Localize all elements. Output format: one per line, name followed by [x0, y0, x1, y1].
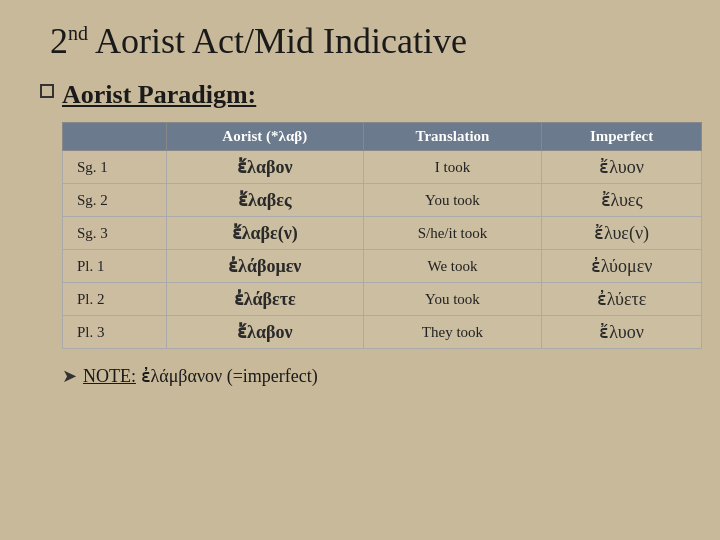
checkbox-bullet	[40, 84, 54, 98]
table-row: Sg. 2ἔλαβεςYou tookἔλυες	[63, 184, 702, 217]
row-translation: You took	[363, 283, 541, 316]
row-imperfect: ἐλύομεν	[542, 250, 702, 283]
row-translation: I took	[363, 151, 541, 184]
row-label: Sg. 1	[63, 151, 167, 184]
row-aorist: ἔλαβες	[166, 184, 363, 217]
section-heading: Aorist Paradigm:	[40, 80, 680, 110]
page: 2nd Aorist Act/Mid Indicative Aorist Par…	[0, 0, 720, 540]
row-label: Sg. 3	[63, 217, 167, 250]
table-row: Sg. 1ἔλαβονI tookἔλυον	[63, 151, 702, 184]
row-label: Sg. 2	[63, 184, 167, 217]
row-aorist: ἐλάβομεν	[166, 250, 363, 283]
table-row: Pl. 2ἐλάβετεYou tookἐλύετε	[63, 283, 702, 316]
row-label: Pl. 3	[63, 316, 167, 349]
row-imperfect: ἔλυε(ν)	[542, 217, 702, 250]
table-row: Pl. 3ἔλαβονThey tookἔλυον	[63, 316, 702, 349]
table-header-row: Aorist (*λαβ) Translation Imperfect	[63, 123, 702, 151]
row-label: Pl. 1	[63, 250, 167, 283]
row-imperfect: ἔλυον	[542, 151, 702, 184]
note-label: NOTE:	[83, 366, 136, 386]
note-greek: ἐλάμβανον	[141, 366, 223, 386]
row-translation: They took	[363, 316, 541, 349]
note-arrow-icon: ➤	[62, 365, 77, 387]
table-row: Pl. 1ἐλάβομενWe tookἐλύομεν	[63, 250, 702, 283]
col-header-imperfect: Imperfect	[542, 123, 702, 151]
paradigm-table: Aorist (*λαβ) Translation Imperfect Sg. …	[62, 122, 702, 349]
note-suffix: (=imperfect)	[227, 366, 318, 386]
section-title: Aorist Paradigm:	[62, 80, 256, 110]
title-text: Aorist Act/Mid Indicative	[88, 21, 467, 61]
row-aorist: ἔλαβε(ν)	[166, 217, 363, 250]
row-aorist: ἐλάβετε	[166, 283, 363, 316]
row-aorist: ἔλαβον	[166, 316, 363, 349]
row-label: Pl. 2	[63, 283, 167, 316]
title-number: 2	[50, 21, 68, 61]
row-imperfect: ἔλυες	[542, 184, 702, 217]
table-row: Sg. 3ἔλαβε(ν)S/he/it tookἔλυε(ν)	[63, 217, 702, 250]
row-translation: S/he/it took	[363, 217, 541, 250]
row-imperfect: ἐλύετε	[542, 283, 702, 316]
col-header-empty	[63, 123, 167, 151]
row-aorist: ἔλαβον	[166, 151, 363, 184]
row-imperfect: ἔλυον	[542, 316, 702, 349]
row-translation: You took	[363, 184, 541, 217]
row-translation: We took	[363, 250, 541, 283]
main-title: 2nd Aorist Act/Mid Indicative	[50, 20, 680, 62]
note-text: NOTE: ἐλάμβανον (=imperfect)	[83, 365, 318, 387]
note-row: ➤ NOTE: ἐλάμβανον (=imperfect)	[62, 365, 680, 387]
col-header-aorist: Aorist (*λαβ)	[166, 123, 363, 151]
title-superscript: nd	[68, 22, 88, 44]
col-header-translation: Translation	[363, 123, 541, 151]
